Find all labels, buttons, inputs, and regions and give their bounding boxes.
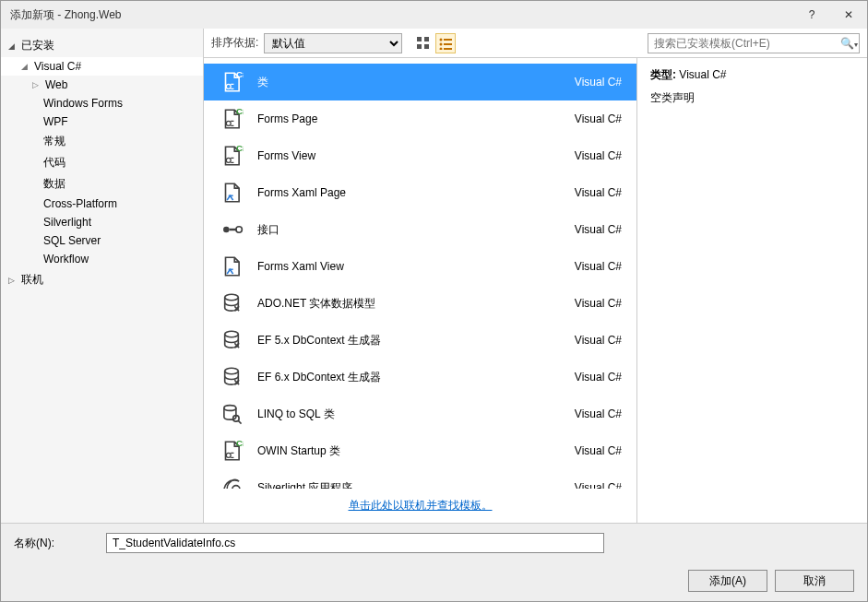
svg-text:C#: C# xyxy=(236,439,244,448)
window-title: 添加新项 - Zhong.Web xyxy=(10,7,793,23)
sidebar-item-label: Silverlight xyxy=(43,216,91,229)
sidebar-item-cross-platform[interactable]: Cross-Platform xyxy=(1,195,203,213)
template-row[interactable]: Silverlight 应用程序Visual C# xyxy=(204,469,636,489)
template-lang: Visual C# xyxy=(553,76,627,89)
template-lang: Visual C# xyxy=(553,260,627,273)
titlebar: 添加新项 - Zhong.Web ? ✕ xyxy=(1,1,867,29)
cancel-button[interactable]: 取消 xyxy=(775,570,854,592)
template-row[interactable]: EF 5.x DbContext 生成器Visual C# xyxy=(204,322,636,359)
sidebar-item-常规[interactable]: 常规 xyxy=(1,131,203,152)
template-row[interactable]: C#OWIN Startup 类Visual C# xyxy=(204,432,636,469)
filename-input[interactable] xyxy=(106,533,604,553)
template-name: ADO.NET 实体数据模型 xyxy=(250,296,553,312)
template-row[interactable]: LINQ to SQL 类Visual C# xyxy=(204,395,636,432)
xaml-icon xyxy=(213,179,250,207)
list-icon xyxy=(439,37,452,50)
template-lang: Visual C# xyxy=(553,223,627,236)
svg-point-19 xyxy=(225,294,239,301)
svg-point-6 xyxy=(440,42,443,45)
sidebar-item-visual-csharp[interactable]: ◢ Visual C# xyxy=(1,57,203,76)
class-icon: C# xyxy=(213,105,250,133)
grid-icon xyxy=(417,37,430,50)
sidebar-item-windows-forms[interactable]: Windows Forms xyxy=(1,94,203,112)
template-name: 接口 xyxy=(250,222,553,238)
template-lang: Visual C# xyxy=(553,112,627,125)
svg-point-13 xyxy=(226,121,231,125)
template-row[interactable]: 接口Visual C# xyxy=(204,211,636,248)
sidebar-item-workflow[interactable]: Workflow xyxy=(1,250,203,268)
svg-point-16 xyxy=(223,227,230,233)
sidebar-item-wpf[interactable]: WPF xyxy=(1,112,203,131)
sidebar-item-label: Workflow xyxy=(43,253,89,266)
svg-rect-0 xyxy=(417,37,422,41)
chevron-right-icon: ▷ xyxy=(32,80,42,89)
template-row[interactable]: C#Forms ViewVisual C# xyxy=(204,137,636,174)
view-list-button[interactable] xyxy=(435,33,456,53)
sort-label: 排序依据: xyxy=(211,35,258,51)
template-lang: Visual C# xyxy=(553,297,627,310)
template-lang: Visual C# xyxy=(553,407,627,420)
sidebar-item-label: 数据 xyxy=(43,176,65,192)
svg-rect-7 xyxy=(444,43,452,45)
template-row[interactable]: Forms Xaml PageVisual C# xyxy=(204,174,636,211)
template-row[interactable]: Forms Xaml ViewVisual C# xyxy=(204,248,636,285)
svg-point-21 xyxy=(225,368,239,374)
template-name: OWIN Startup 类 xyxy=(250,443,553,459)
template-lang: Visual C# xyxy=(553,481,627,489)
class-icon: C# xyxy=(213,437,250,465)
svg-point-20 xyxy=(225,331,239,337)
add-button[interactable]: 添加(A) xyxy=(688,570,767,592)
footer: 名称(N): 添加(A) 取消 xyxy=(1,523,867,601)
sidebar-item-代码[interactable]: 代码 xyxy=(1,152,203,173)
template-name: Forms Page xyxy=(250,112,553,125)
svg-point-15 xyxy=(226,158,231,162)
sidebar-item-sql-server[interactable]: SQL Server xyxy=(1,231,203,250)
template-row[interactable]: C#Forms PageVisual C# xyxy=(204,100,636,137)
svg-rect-9 xyxy=(444,48,452,50)
close-button[interactable]: ✕ xyxy=(830,1,867,29)
sidebar-item-label: WPF xyxy=(43,115,68,128)
xaml-icon xyxy=(213,253,250,280)
sidebar-item-web[interactable]: ▷Web xyxy=(1,76,203,94)
svg-rect-2 xyxy=(417,44,422,49)
search-icon[interactable]: 🔍▾ xyxy=(838,37,859,50)
details-type-label: 类型: xyxy=(650,68,676,81)
template-row[interactable]: EF 6.x DbContext 生成器Visual C# xyxy=(204,359,636,395)
online-search-link-row: 单击此处以联机并查找模板。 xyxy=(204,489,636,523)
template-lang: Visual C# xyxy=(553,334,627,347)
view-medium-icons-button[interactable] xyxy=(413,33,434,53)
template-name: LINQ to SQL 类 xyxy=(250,407,553,422)
sl-icon xyxy=(213,474,250,489)
sidebar-item-silverlight[interactable]: Silverlight xyxy=(1,213,203,231)
sort-select[interactable]: 默认值 xyxy=(264,33,402,53)
template-list[interactable]: C#类Visual C#C#Forms PageVisual C#C#Forms… xyxy=(204,58,636,489)
help-button[interactable]: ? xyxy=(793,1,830,29)
db-icon xyxy=(213,363,250,391)
svg-point-18 xyxy=(236,227,243,233)
sidebar-installed-header[interactable]: ◢ 已安装 xyxy=(1,34,203,57)
db-icon xyxy=(213,289,250,317)
template-name: EF 6.x DbContext 生成器 xyxy=(250,370,553,385)
sidebar-item-数据[interactable]: 数据 xyxy=(1,173,203,195)
sidebar-item-label: SQL Server xyxy=(43,234,101,247)
search-box[interactable]: 🔍▾ xyxy=(648,33,860,53)
chevron-down-icon: ◢ xyxy=(21,62,30,71)
sidebar-item-label: 代码 xyxy=(43,155,65,171)
filename-label: 名称(N): xyxy=(14,536,106,551)
search-input[interactable] xyxy=(648,37,838,50)
online-search-link[interactable]: 单击此处以联机并查找模板。 xyxy=(349,499,493,512)
template-row[interactable]: C#类Visual C# xyxy=(204,64,636,100)
sidebar-item-label: Windows Forms xyxy=(43,97,123,110)
template-name: Forms Xaml Page xyxy=(250,186,553,199)
template-lang: Visual C# xyxy=(553,371,627,384)
sidebar-item-label: Web xyxy=(45,78,67,91)
svg-text:C#: C# xyxy=(236,144,244,153)
template-lang: Visual C# xyxy=(553,444,627,457)
interface-icon xyxy=(213,216,250,243)
template-name: EF 5.x DbContext 生成器 xyxy=(250,333,553,348)
template-row[interactable]: ADO.NET 实体数据模型Visual C# xyxy=(204,285,636,322)
details-panel: 类型: Visual C# 空类声明 xyxy=(636,58,867,523)
svg-text:C#: C# xyxy=(236,107,244,116)
sidebar-online-header[interactable]: ▷ 联机 xyxy=(1,268,203,291)
class-icon: C# xyxy=(213,68,250,96)
